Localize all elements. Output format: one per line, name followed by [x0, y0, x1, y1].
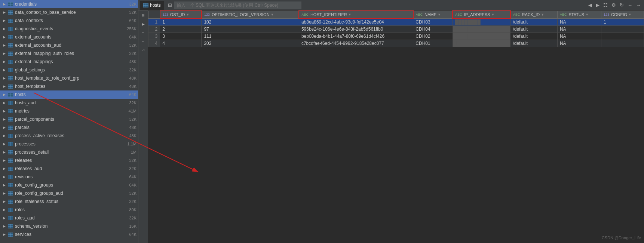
expand-arrow: ▶ [3, 84, 7, 88]
sidebar-item-data_contexts[interactable]: ▶ data_contexts 64K [0, 16, 138, 25]
filter-rows-btn[interactable]: ⊿ [139, 46, 147, 54]
table-cell[interactable]: c7bcdfae-f6ed-4454-9992-9185e28ec077 [299, 40, 413, 47]
sidebar-item-releases_aud[interactable]: ▶ releases_aud 32K [0, 164, 138, 173]
sidebar-item-credentials[interactable]: ▶ credentials 32K [0, 0, 138, 8]
add-row-btn[interactable]: + [139, 28, 147, 37]
col-header-host_identifier[interactable]: ABCHOST_IDENTIFIER▼ [299, 11, 413, 18]
sidebar-item-diagnostics_events[interactable]: ▶ diagnostics_events 256K [0, 25, 138, 33]
table-cell[interactable]: beb00eda-b4b1-44a7-80f0-69e61d4cf426 [299, 33, 413, 40]
table-row[interactable]: 44202c7bcdfae-f6ed-4454-9992-9185e28ec07… [148, 40, 644, 47]
nav-next-btn[interactable]: ▶ [594, 1, 601, 9]
table-icon [7, 141, 13, 147]
table-row[interactable]: 33111beb00eda-b4b1-44a7-80f0-69e61d4cf42… [148, 33, 644, 40]
table-cell[interactable]: CDH01 [413, 40, 453, 47]
fwd-btn[interactable]: → [635, 1, 643, 9]
data-table-container[interactable]: 123OST_ID▼123OPTIMISTIC_LOCK_VERSION▼ABC… [148, 10, 644, 243]
sidebar-item-data_context_to_base_service[interactable]: ▶ data_context_to_base_service 32K [0, 8, 138, 16]
sidebar-item-roles[interactable]: ▶ roles 80K [0, 206, 138, 214]
toolbar-grid-btn[interactable]: ⊞ [166, 1, 174, 9]
sidebar-item-roles_aud[interactable]: ▶ roles_aud 32K [0, 214, 138, 222]
sidebar-item-role_config_groups[interactable]: ▶ role_config_groups 64K [0, 181, 138, 189]
table-cell[interactable]: 111 [202, 33, 299, 40]
table-cell[interactable]: 97 [202, 26, 299, 33]
refresh-btn[interactable]: ↻ [618, 1, 625, 9]
table-cell[interactable]: /default [510, 40, 557, 47]
sidebar-item-revisions[interactable]: ▶ revisions 64K [0, 173, 138, 181]
settings-btn[interactable]: ⚙ [610, 1, 617, 9]
sidebar-item-external_accounts[interactable]: ▶ external_accounts 64K [0, 33, 138, 41]
col-header-name[interactable]: ABCNAME▼ [413, 11, 453, 18]
table-cell[interactable]: ████████ [453, 18, 510, 26]
col-filter-icon[interactable]: ▼ [491, 13, 494, 16]
col-header-ip_address[interactable]: ABCIP_ADDRESS▼ [453, 11, 510, 18]
back-btn[interactable]: ← [626, 1, 634, 9]
col-filter-icon[interactable]: ▼ [438, 13, 441, 16]
table-cell[interactable] [601, 33, 644, 40]
table-cell[interactable]: NA [557, 26, 601, 33]
col-filter-icon[interactable]: ▼ [271, 13, 274, 16]
sidebar-item-external_accounts_aud[interactable]: ▶ external_accounts_aud 32K [0, 41, 138, 49]
sidebar-item-label: processes [15, 141, 120, 147]
sidebar-item-role_config_groups_aud[interactable]: ▶ role_config_groups_aud 32K [0, 189, 138, 197]
table-cell[interactable]: ████████ [453, 33, 510, 40]
table-cell[interactable]: 202 [202, 40, 299, 47]
table-cell[interactable]: ab8ea869-12cd-4abc-93c9-fef142ee5e04 [299, 18, 413, 26]
col-header-rack_id[interactable]: ABCRACK_ID▼ [510, 11, 557, 18]
table-cell[interactable]: NA [557, 33, 601, 40]
col-filter-icon[interactable]: ▼ [585, 13, 589, 16]
table-cell[interactable]: 596be24c-106e-4e6e-843f-2ab5d561ffb0 [299, 26, 413, 33]
col-header-optimistic_lock_version[interactable]: 123OPTIMISTIC_LOCK_VERSION▼ [202, 11, 299, 18]
table-cell[interactable]: CDH02 [413, 33, 453, 40]
table-cell[interactable]: 1 [160, 18, 202, 26]
sidebar-item-schema_version[interactable]: ▶ schema_version 16K [0, 222, 138, 230]
sidebar-item-process_active_releases[interactable]: ▶ process_active_releases 48K [0, 132, 138, 140]
filter-btn[interactable]: ☷ [602, 1, 609, 9]
sidebar-item-role_staleness_status[interactable]: ▶ role_staleness_status 32K [0, 197, 138, 206]
col-filter-icon[interactable]: ▼ [628, 13, 632, 16]
table-row[interactable]: 2297596be24c-106e-4e6e-843f-2ab5d561ffb0… [148, 26, 644, 33]
sidebar-item-external_mapping_auth_roles[interactable]: ▶ external_mapping_auth_roles 32K [0, 49, 138, 58]
sidebar-item-external_mappings[interactable]: ▶ external_mappings 48K [0, 58, 138, 66]
table-cell[interactable] [601, 26, 644, 33]
col-header-status[interactable]: ABCSTATUS▼ [557, 11, 601, 18]
table-cell[interactable]: 4 [160, 40, 202, 47]
sidebar-item-releases[interactable]: ▶ releases 32K [0, 156, 138, 164]
table-cell[interactable]: CDH04 [413, 26, 453, 33]
col-filter-icon[interactable]: ▼ [186, 13, 189, 16]
sidebar-item-parcels[interactable]: ▶ parcels 48K [0, 123, 138, 132]
table-cell[interactable]: 3 [160, 33, 202, 40]
sidebar-item-processes[interactable]: ▶ processes 1.1M [0, 140, 138, 148]
delete-row-btn[interactable]: − [139, 37, 147, 45]
nav-prev-btn[interactable]: ◀ [587, 1, 594, 9]
table-cell[interactable]: ████████ [453, 26, 510, 33]
sidebar-item-hosts_aud[interactable]: ▶ hosts_aud 32K [0, 99, 138, 107]
table-cell[interactable]: /default [510, 18, 557, 26]
col-filter-icon[interactable]: ▼ [348, 13, 352, 16]
sidebar-item-global_settings[interactable]: ▶ global_settings 32K [0, 66, 138, 74]
expand-arrow: ▶ [3, 233, 7, 236]
table-cell[interactable] [601, 40, 644, 47]
run-query-btn[interactable]: ▶ [139, 20, 147, 28]
sidebar-item-hosts[interactable]: ▶ hosts 64K [0, 90, 138, 99]
table-cell[interactable]: 1 [601, 18, 644, 26]
col-header-ost_id[interactable]: 123OST_ID▼ [160, 11, 202, 18]
sql-filter-input[interactable] [174, 1, 301, 9]
table-cell[interactable]: NA [557, 18, 601, 26]
table-row[interactable]: 11102ab8ea869-12cd-4abc-93c9-fef142ee5e0… [148, 18, 644, 26]
sidebar-item-parcel_components[interactable]: ▶ parcel_components 32K [0, 115, 138, 123]
table-cell[interactable]: CDH03 [413, 18, 453, 26]
table-cell[interactable]: /default [510, 33, 557, 40]
sidebar-item-metrics[interactable]: ▶ metrics 41M [0, 107, 138, 115]
table-cell[interactable]: /default [510, 26, 557, 33]
sidebar-item-services[interactable]: ▶ services 64K [0, 230, 138, 239]
table-cell[interactable]: 102 [202, 18, 299, 26]
tab-hosts[interactable]: hosts [140, 1, 164, 10]
col-header-config[interactable]: 123CONFIG▼ [601, 11, 644, 18]
col-filter-icon[interactable]: ▼ [541, 13, 544, 16]
table-cell[interactable]: 2 [160, 26, 202, 33]
sidebar-item-host_templates[interactable]: ▶ host_templates 48K [0, 82, 138, 90]
table-cell[interactable]: NA [557, 40, 601, 47]
sidebar-item-host_template_to_role_conf_grp[interactable]: ▶ host_template_to_role_conf_grp 48K [0, 74, 138, 82]
table-cell[interactable]: 1 [453, 40, 510, 47]
sidebar-item-processes_detail[interactable]: ▶ processes_detail 1M [0, 148, 138, 156]
